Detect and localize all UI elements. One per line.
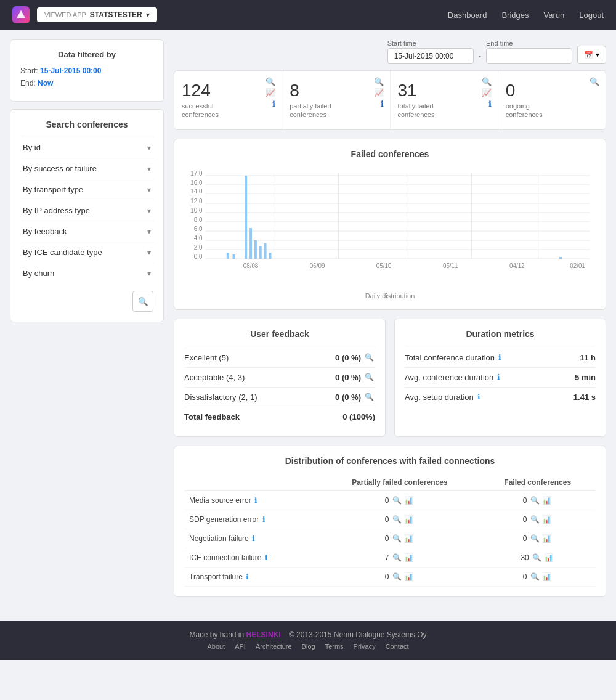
info-icon[interactable]: ℹ [381,99,384,108]
dist-col-partial: Partially failed conferences [320,474,479,491]
calendar-button[interactable]: 📅 ▾ [577,46,606,64]
chart-icon[interactable]: 📊 [404,515,413,524]
footer-api[interactable]: API [235,643,246,650]
search-icon[interactable]: 🔍 [530,496,540,505]
svg-rect-34 [559,257,562,259]
filter-by-transport[interactable]: By transport type ▾ [20,179,153,200]
chart-icon[interactable]: 📊 [544,553,553,562]
search-icon[interactable]: 🔍 [392,553,402,562]
table-row: SDP generation error ℹ 0 🔍📊 0 🔍📊 [184,510,596,529]
search-icon[interactable]: 🔍 [392,515,402,524]
filter-end-value: Now [38,79,53,88]
filter-by-success-label: By success or failure [23,164,97,173]
end-time-label: End time [486,39,572,47]
search-icon[interactable]: 🔍 [265,77,275,86]
avg-setup-duration-label: Avg. setup duration ℹ [405,393,482,402]
info-icon[interactable]: ℹ [252,534,255,543]
nav-dashboard[interactable]: Dashboard [448,10,487,20]
svg-text:10.0: 10.0 [190,207,203,214]
chart-icon[interactable]: 📊 [542,572,551,581]
search-icon[interactable]: 🔍 [374,77,384,86]
info-icon[interactable]: ℹ [246,572,249,581]
dist-ice-label: ICE connection failure ℹ [184,548,320,567]
nav-bridges[interactable]: Bridges [501,10,529,20]
filter-by-churn[interactable]: By churn ▾ [20,262,153,283]
chevron-down-icon: ▾ [147,206,151,215]
info-icon[interactable]: ℹ [254,496,257,505]
info-icon[interactable]: ℹ [265,553,268,562]
info-icon[interactable]: ℹ [488,99,492,108]
data-filtered-box: Data filtered by Start: 15-Jul-2015 00:0… [10,39,164,102]
filter-by-feedback[interactable]: By feedback ▾ [20,221,153,242]
svg-text:14.0: 14.0 [190,188,203,195]
chart-icon[interactable]: 📊 [404,572,413,581]
chart-icon[interactable]: 📊 [542,515,551,524]
dist-media-failed: 0 🔍📊 [479,490,596,510]
search-icon[interactable]: 🔍 [482,77,492,86]
info-icon[interactable]: ℹ [477,393,480,401]
dist-col-failed: Failed conferences [479,474,596,491]
search-icon[interactable]: 🔍 [530,515,540,524]
feedback-acceptable-label: Acceptable (4, 3) [184,373,245,382]
search-btn-wrap: 🔍 [20,291,153,312]
filter-by-ice[interactable]: By ICE candidate type ▾ [20,242,153,262]
data-filtered-title: Data filtered by [20,50,153,59]
search-button[interactable]: 🔍 [132,291,153,312]
info-icon[interactable]: ℹ [497,373,500,381]
stat-icons-failed: 🔍 📈 ℹ [482,77,492,108]
filter-start-label: Start: [20,67,38,75]
nav-logout[interactable]: Logout [579,10,604,20]
chart-icon[interactable]: 📊 [542,496,551,505]
search-icon[interactable]: 🔍 [365,393,374,401]
footer-architecture[interactable]: Architecture [256,643,292,650]
footer-about[interactable]: About [207,643,225,650]
filter-by-success-failure[interactable]: By success or failure ▾ [20,158,153,179]
footer-blog[interactable]: Blog [302,643,315,650]
footer-privacy[interactable]: Privacy [354,643,376,650]
chart-icon[interactable]: 📊 [404,496,413,505]
svg-text:06/09: 06/09 [310,262,325,269]
failed-chart-svg: 17.0 16.0 14.0 12.0 10.0 8.0 6.0 4.0 2.0… [184,166,596,290]
search-icon[interactable]: 🔍 [392,534,402,543]
info-icon[interactable]: ℹ [272,99,275,108]
nav-user[interactable]: Varun [544,10,565,20]
svg-text:4.0: 4.0 [194,235,203,242]
chart-icon[interactable]: 📈 [265,88,275,97]
filter-by-ip[interactable]: By IP address type ▾ [20,200,153,221]
search-conferences-box: Search conferences By id ▾ By success or… [10,109,164,322]
search-icon[interactable]: 🔍 [532,553,541,562]
svg-text:16.0: 16.0 [190,179,203,186]
chart-icon[interactable]: 📈 [374,88,384,97]
search-icon[interactable]: 🔍 [365,353,374,362]
search-icon[interactable]: 🔍 [530,534,540,543]
footer-contact[interactable]: Contact [386,643,409,650]
search-icon[interactable]: 🔍 [365,373,374,381]
ongoing-count: 0 [506,81,598,100]
footer-terms[interactable]: Terms [325,643,344,650]
info-icon[interactable]: ℹ [262,515,265,524]
filter-by-id[interactable]: By id ▾ [20,137,153,158]
search-icon[interactable]: 🔍 [392,572,402,581]
search-icon[interactable]: 🔍 [590,77,599,86]
viewed-app-button[interactable]: VIEWED APP STATSTESTER ▾ [37,7,157,22]
info-icon[interactable]: ℹ [498,353,501,362]
chart-icon[interactable]: 📊 [404,553,413,562]
distribution-section: Distribution of conferences with failed … [174,446,606,597]
dist-col-type [184,474,320,491]
svg-text:2.0: 2.0 [194,244,203,251]
filter-by-ip-label: By IP address type [23,206,90,215]
search-icon[interactable]: 🔍 [392,496,402,505]
svg-rect-28 [254,240,257,259]
navbar-right: Dashboard Bridges Varun Logout [448,10,604,20]
search-icon[interactable]: 🔍 [530,572,540,581]
feedback-total-label: Total feedback [184,412,240,421]
end-time-input[interactable] [486,48,572,64]
start-time-input[interactable] [387,48,474,64]
filter-by-feedback-label: By feedback [23,227,67,236]
chart-icon[interactable]: 📊 [404,534,413,543]
avg-conf-duration: Avg. conference duration ℹ 5 min [405,367,596,387]
time-filter-section: Start time - End time 📅 ▾ [174,39,606,64]
chart-icon[interactable]: 📊 [542,534,551,543]
chart-icon[interactable]: 📈 [482,88,492,97]
footer-made: Made by hand in HELSINKI © 2013-2015 Nem… [10,630,606,639]
